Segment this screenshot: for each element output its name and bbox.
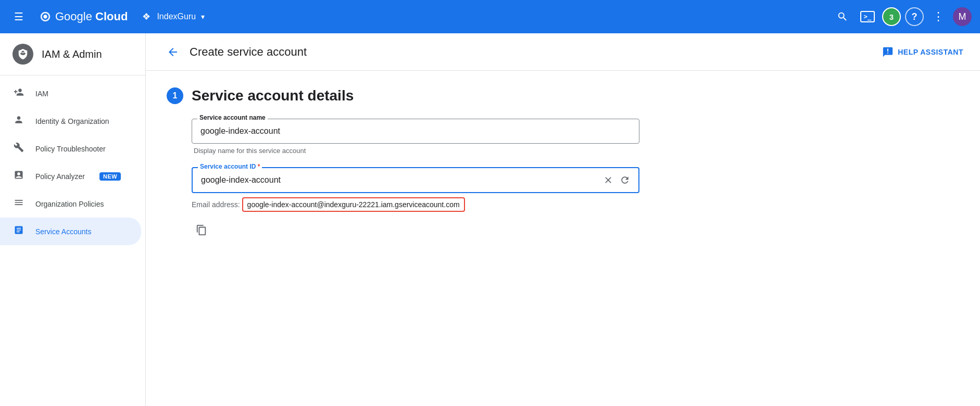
form-section: Service account name Display name for th… xyxy=(192,119,639,240)
back-button[interactable] xyxy=(162,42,183,62)
project-name: IndexGuru xyxy=(157,12,196,21)
email-row: Email address: google-index-account@inde… xyxy=(192,197,639,212)
email-label: Email address: xyxy=(192,200,240,209)
step-number: 1 xyxy=(167,87,183,104)
name-label-floating: Service account name xyxy=(197,114,268,121)
cloud-shell-icon: >_ xyxy=(860,11,875,22)
refresh-icon xyxy=(620,175,630,185)
step-header: 1 Service account details xyxy=(167,87,959,104)
sidebar-item-iam[interactable]: IAM xyxy=(0,80,141,107)
more-icon: ⋮ xyxy=(933,10,944,23)
search-icon xyxy=(837,11,848,22)
org-policies-label: Organization Policies xyxy=(35,200,104,208)
help-button[interactable]: ? xyxy=(905,7,924,26)
iam-admin-icon xyxy=(12,44,33,65)
clear-id-button[interactable] xyxy=(601,173,615,187)
name-input-wrapper: Service account name xyxy=(192,119,639,144)
sidebar-item-org-policies[interactable]: Organization Policies xyxy=(0,190,141,218)
id-input-wrapper: Service account ID * xyxy=(192,167,639,193)
name-helper-text: Display name for this service account xyxy=(192,147,639,155)
refresh-id-button[interactable] xyxy=(618,173,632,187)
user-avatar[interactable]: M xyxy=(953,7,972,26)
id-field-actions xyxy=(601,173,638,187)
shield-icon xyxy=(17,48,29,60)
copy-email-button[interactable] xyxy=(192,220,211,240)
policy-troubleshooter-icon xyxy=(12,142,25,155)
page-title: Create service account xyxy=(190,45,307,59)
service-accounts-label: Service Accounts xyxy=(35,227,91,236)
topbar-actions: >_ 3 ? ⋮ M xyxy=(832,6,972,27)
notification-badge[interactable]: 3 xyxy=(882,7,901,26)
help-assistant-label: HELP ASSISTANT xyxy=(898,48,963,56)
sidebar-item-policy-analyzer[interactable]: Policy Analyzer NEW xyxy=(0,162,141,190)
more-options-button[interactable]: ⋮ xyxy=(928,6,949,27)
sidebar-item-service-accounts[interactable]: Service Accounts xyxy=(0,218,141,245)
sidebar-nav: IAM Identity & Organization Policy Troub… xyxy=(0,75,145,406)
content-area: Create service account HELP ASSISTANT 1 … xyxy=(146,33,980,406)
content-header-left: Create service account xyxy=(162,42,307,62)
project-selector[interactable]: ❖ IndexGuru ▾ xyxy=(142,11,205,22)
help-assistant-icon xyxy=(882,46,894,58)
service-account-id-group: Service account ID * xyxy=(192,167,639,240)
step-title: Service account details xyxy=(192,87,354,104)
iam-icon xyxy=(12,87,25,100)
sidebar-header: IAM & Admin xyxy=(0,33,145,75)
google-cloud-logo-icon xyxy=(40,11,51,22)
avatar-letter: M xyxy=(959,11,966,22)
sidebar-item-identity-org[interactable]: Identity & Organization xyxy=(0,107,141,135)
clear-icon xyxy=(603,175,613,185)
org-policies-icon xyxy=(12,197,25,210)
sidebar-item-policy-troubleshooter[interactable]: Policy Troubleshooter xyxy=(0,135,141,162)
topbar: ☰ Google Cloud ❖ IndexGuru ▾ >_ 3 ? ⋮ xyxy=(0,0,980,33)
policy-analyzer-icon xyxy=(12,170,25,183)
policy-analyzer-label: Policy Analyzer xyxy=(35,172,85,181)
project-dropdown-icon: ▾ xyxy=(201,12,205,21)
service-account-name-input[interactable] xyxy=(192,119,639,143)
sidebar-title: IAM & Admin xyxy=(42,48,102,60)
identity-org-label: Identity & Organization xyxy=(35,117,109,125)
menu-button[interactable]: ☰ xyxy=(8,6,29,27)
service-account-name-group: Service account name Display name for th… xyxy=(192,119,639,155)
notification-count: 3 xyxy=(889,12,894,21)
google-cloud-logo: Google Cloud xyxy=(40,10,128,23)
back-icon xyxy=(167,46,179,58)
help-icon: ? xyxy=(912,11,918,22)
main-layout: IAM & Admin IAM Identity & Organization xyxy=(0,33,980,406)
policy-troubleshooter-label: Policy Troubleshooter xyxy=(35,145,106,153)
logo-text: Google Cloud xyxy=(55,10,128,23)
cloud-shell-button[interactable]: >_ xyxy=(857,6,878,27)
main-content: 1 Service account details Service accoun… xyxy=(146,71,980,269)
project-icon: ❖ xyxy=(142,11,150,22)
id-input-row xyxy=(193,168,638,192)
identity-org-icon xyxy=(12,115,25,128)
service-accounts-icon xyxy=(12,225,25,238)
search-button[interactable] xyxy=(832,6,853,27)
service-account-id-input[interactable] xyxy=(193,168,601,192)
sidebar: IAM & Admin IAM Identity & Organization xyxy=(0,33,146,406)
help-assistant-button[interactable]: HELP ASSISTANT xyxy=(882,46,963,58)
id-label-floating: Service account ID * xyxy=(198,163,262,170)
content-header: Create service account HELP ASSISTANT xyxy=(146,33,980,71)
new-badge: NEW xyxy=(99,172,121,181)
copy-icon xyxy=(196,224,207,236)
email-value: google-index-account@indexguru-22221.iam… xyxy=(247,200,460,209)
iam-label: IAM xyxy=(35,90,48,98)
email-value-wrapper: google-index-account@indexguru-22221.iam… xyxy=(242,197,465,212)
